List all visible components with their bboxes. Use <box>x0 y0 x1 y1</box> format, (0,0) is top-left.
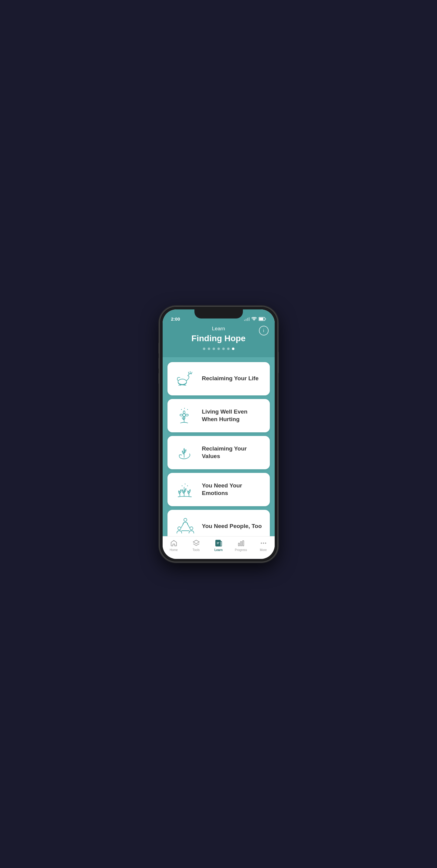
signal-icon <box>244 317 250 321</box>
dot-7 <box>232 347 235 350</box>
nav-title: Learn <box>169 326 269 332</box>
battery-icon <box>259 317 266 321</box>
card-title-2: Living Well Even When Hurting <box>202 408 262 423</box>
info-icon: i <box>263 328 264 333</box>
svg-rect-33 <box>243 541 244 546</box>
card-emotions[interactable]: You Need Your Emotions <box>167 473 270 506</box>
bar-chart-icon <box>237 539 245 547</box>
people-network-icon <box>175 516 196 536</box>
svg-rect-3 <box>249 317 250 321</box>
card-title-1: Reclaiming Your Life <box>202 375 259 382</box>
svg-point-12 <box>184 384 184 385</box>
svg-line-9 <box>191 372 192 374</box>
svg-rect-0 <box>244 320 245 321</box>
notch <box>194 309 243 318</box>
card-title-5: You Need People, Too <box>202 523 262 530</box>
svg-point-6 <box>178 379 187 384</box>
status-icons <box>244 317 266 321</box>
flower-drops-icon <box>175 405 196 426</box>
phone-screen: 2:00 <box>163 309 275 559</box>
card-people[interactable]: You Need People, Too <box>167 510 270 536</box>
nav-label-more: More <box>260 548 267 552</box>
nav-item-progress[interactable]: Progress <box>232 539 250 552</box>
home-icon <box>169 539 178 547</box>
header: Learn i Finding Hope <box>163 324 275 357</box>
card-living-well[interactable]: Living Well Even When Hurting <box>167 399 270 432</box>
card-reclaiming-life[interactable]: Reclaiming Your Life <box>167 362 270 395</box>
phone-frame: 2:00 <box>160 306 278 562</box>
dot-2 <box>208 347 210 350</box>
card-title-4: You Need Your Emotions <box>202 482 262 497</box>
sprout-drops-icon <box>175 479 196 500</box>
svg-rect-1 <box>246 319 247 321</box>
hand-plant-icon <box>175 442 196 463</box>
book-icon <box>214 539 223 547</box>
svg-point-34 <box>261 542 262 544</box>
dot-6 <box>227 347 229 350</box>
dot-5 <box>222 347 225 350</box>
svg-point-36 <box>265 542 266 544</box>
svg-point-23 <box>184 518 187 521</box>
svg-point-35 <box>263 542 264 544</box>
svg-point-10 <box>180 384 181 385</box>
svg-rect-5 <box>259 318 263 320</box>
nav-label-progress: Progress <box>235 548 247 552</box>
bottom-navigation: Home Tools <box>163 536 275 559</box>
wifi-icon <box>251 317 257 321</box>
pagination-dots <box>169 347 269 350</box>
nav-item-home[interactable]: Home <box>165 539 183 552</box>
nav-label-learn: Learn <box>214 548 223 552</box>
dot-4 <box>217 347 220 350</box>
status-time: 2:00 <box>171 316 180 321</box>
dot-1 <box>203 347 205 350</box>
svg-point-25 <box>190 527 193 530</box>
svg-point-11 <box>182 384 183 385</box>
layers-icon <box>192 539 200 547</box>
nav-label-home: Home <box>169 548 178 552</box>
watering-can-icon <box>175 368 196 389</box>
svg-rect-2 <box>247 318 248 321</box>
nav-item-more[interactable]: More <box>254 539 273 552</box>
main-title: Finding Hope <box>169 334 269 343</box>
svg-line-7 <box>188 372 189 374</box>
svg-rect-31 <box>238 543 240 546</box>
nav-item-tools[interactable]: Tools <box>187 539 205 552</box>
info-button[interactable]: i <box>259 326 269 336</box>
content-list: Reclaiming Your Life <box>163 357 275 536</box>
nav-label-tools: Tools <box>193 548 199 552</box>
svg-line-26 <box>181 524 184 528</box>
svg-rect-32 <box>241 541 242 546</box>
card-reclaiming-values[interactable]: Reclaiming Your Values <box>167 436 270 469</box>
svg-point-24 <box>178 527 181 530</box>
svg-line-27 <box>187 524 190 528</box>
dot-3 <box>213 347 215 350</box>
nav-item-learn[interactable]: Learn <box>210 539 228 552</box>
dots-icon <box>259 539 268 547</box>
card-title-3: Reclaiming Your Values <box>202 445 262 460</box>
